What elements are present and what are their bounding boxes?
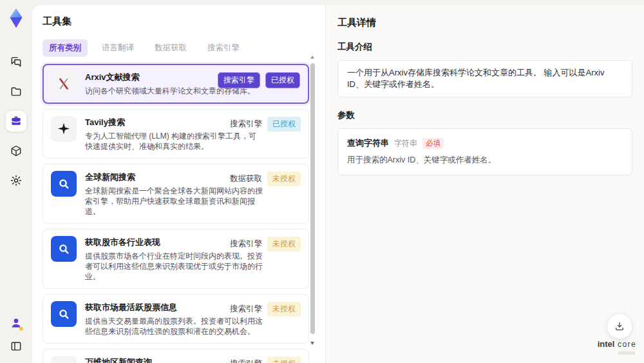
tab-search-engine[interactable]: 搜索引擎 xyxy=(201,39,246,57)
intro-heading: 工具介绍 xyxy=(337,41,632,53)
tool-list-pane: 工具集 所有类别 语言翻译 数据获取 搜索引擎 A xyxy=(32,5,325,363)
param-name: 查询字符串 xyxy=(347,137,389,149)
scroll-down-icon[interactable] xyxy=(310,342,314,345)
newspaper-icon xyxy=(51,356,77,363)
tool-card-most-active-stocks[interactable]: 获取市场最活跃股票信息 提供当天交易量最高的股票列表。投资者可以利用这些信息来识… xyxy=(43,294,309,344)
category-label: 搜索引擎 xyxy=(230,119,262,130)
param-description: 用于搜索的Arxiv ID、关键字或作者姓名。 xyxy=(347,155,623,166)
search-icon xyxy=(51,236,77,262)
auth-badge: 已授权 xyxy=(267,117,301,132)
auth-badge: 未授权 xyxy=(267,302,301,317)
detail-title: 工具详情 xyxy=(337,17,632,29)
param-required-badge: 必填 xyxy=(422,138,444,149)
brand-intel: intel xyxy=(598,339,615,349)
download-button[interactable] xyxy=(607,313,632,339)
status-dot xyxy=(19,327,23,331)
sidebar xyxy=(0,0,32,363)
download-icon xyxy=(614,320,625,332)
scrollbar-thumb[interactable] xyxy=(310,63,315,334)
auth-badge: 已授权 xyxy=(265,72,300,88)
tool-intro-text: 一个用于从Arxiv存储库搜索科学论文和文章的工具。 输入可以是Arxiv ID… xyxy=(337,60,632,97)
tool-card-global-news[interactable]: 全球新闻搜索 全球新闻搜索是一个聚合全球各大新闻网站内容的搜索引擎，帮助用户快速… xyxy=(43,164,309,224)
sidebar-bottom xyxy=(7,314,25,355)
folder-icon[interactable] xyxy=(6,81,26,102)
tool-description: 提供股票市场各个行业在特定时间段内的表现。投资者可以利用这些信息来识别表现优于或… xyxy=(85,251,263,282)
category-label: 数据获取 xyxy=(230,173,262,184)
tab-language-translation[interactable]: 语言翻译 xyxy=(95,39,140,57)
auth-badge: 未授权 xyxy=(267,237,301,251)
category-badge: 搜索引擎 xyxy=(218,72,260,88)
tool-description: 专为人工智能代理 (LLM) 构建的搜索引擎工具，可快速提供实时、准确和真实的结… xyxy=(85,131,263,152)
category-label: 搜索引擎 xyxy=(230,358,262,363)
toolbox-icon[interactable] xyxy=(6,111,26,132)
app-logo-icon[interactable] xyxy=(4,6,28,31)
gear-icon[interactable] xyxy=(6,170,26,191)
tab-data-fetch[interactable]: 数据获取 xyxy=(148,39,193,57)
sparkle-star-icon xyxy=(51,116,77,142)
sidebar-nav xyxy=(6,52,26,191)
tool-card-regional-news[interactable]: 万维地区新闻查询 查询具体行政区划内的新闻，快速了解各地新闻动 搜索引擎 未授权 xyxy=(43,349,309,363)
search-icon xyxy=(51,301,77,327)
tool-detail-pane: 工具详情 工具介绍 一个用于从Arxiv存储库搜索科学论文和文章的工具。 输入可… xyxy=(325,5,644,363)
param-type: 字符串 xyxy=(394,138,417,149)
main-content: 工具集 所有类别 语言翻译 数据获取 搜索引擎 A xyxy=(32,5,644,363)
page-title: 工具集 xyxy=(43,15,315,28)
auth-badge: 未授权 xyxy=(267,357,301,363)
tool-card-list: Arxiv文献搜索 访问各个研究领域大量科学论文和文章的存储库。 搜索引擎 已授… xyxy=(43,64,309,363)
app-window: 工具集 所有类别 语言翻译 数据获取 搜索引擎 A xyxy=(0,0,644,363)
tool-description: 全球新闻搜索是一个聚合全球各大新闻网站内容的搜索引擎，帮助用户快速获取全球最新资… xyxy=(85,186,263,217)
brand-sub-bar xyxy=(618,351,635,355)
tool-card-arxiv[interactable]: Arxiv文献搜索 访问各个研究领域大量科学论文和文章的存储库。 搜索引擎 已授… xyxy=(43,64,309,104)
category-tabs: 所有类别 语言翻译 数据获取 搜索引擎 xyxy=(43,39,315,57)
search-icon xyxy=(51,171,77,197)
auth-badge: 未授权 xyxy=(267,172,301,186)
sidebar-toggle-icon[interactable] xyxy=(7,337,25,355)
tool-description: 提供当天交易量最高的股票列表。投资者可以利用这些信息来识别流动性强的股票和潜在的… xyxy=(85,316,263,337)
tool-card-sector-performance[interactable]: 获取股市各行业表现 提供股票市场各个行业在特定时间段内的表现。投资者可以利用这些… xyxy=(43,229,309,289)
intel-core-logo: intel core xyxy=(596,338,638,355)
category-label: 搜索引擎 xyxy=(230,239,262,250)
chat-icon[interactable] xyxy=(6,52,26,72)
tab-all-categories[interactable]: 所有类别 xyxy=(43,39,88,57)
category-label: 搜索引擎 xyxy=(230,304,262,315)
arxiv-logo-icon xyxy=(51,71,77,97)
parameter-card: 查询字符串 字符串 必填 用于搜索的Arxiv ID、关键字或作者姓名。 xyxy=(337,128,632,175)
brand-core: core xyxy=(618,340,636,349)
list-scrollbar[interactable] xyxy=(310,55,315,358)
params-heading: 参数 xyxy=(337,110,632,121)
tool-card-tavily[interactable]: Tavily搜索 专为人工智能代理 (LLM) 构建的搜索引擎工具，可快速提供实… xyxy=(43,109,309,159)
scroll-up-icon[interactable] xyxy=(310,55,314,59)
cube-icon[interactable] xyxy=(6,141,26,161)
